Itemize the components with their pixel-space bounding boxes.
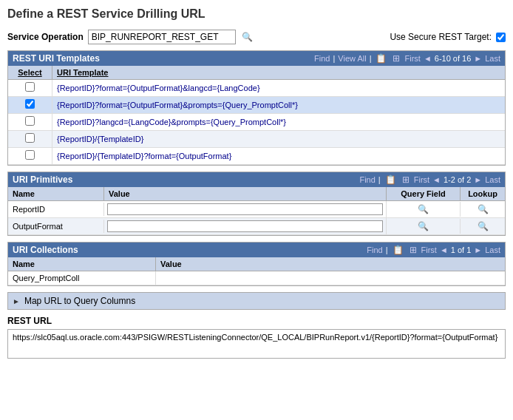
coll-value-1 <box>156 276 505 280</box>
checkbox-1[interactable] <box>25 82 35 92</box>
prim-lookup-2[interactable]: 🔍 <box>461 219 505 234</box>
uri-collections-col-headers: Name Value <box>8 257 505 271</box>
uri-templates-view-all[interactable]: View All <box>338 54 366 63</box>
service-operation-row: Service Operation 🔍 Use Secure REST Targ… <box>7 30 506 44</box>
prim-value-2[interactable] <box>104 218 387 234</box>
uri-primitives-controls: Find | 📋 ⊞ First ◄ 1-2 of 2 ► Last <box>359 175 500 185</box>
prim-row: OutputFormat 🔍 🔍 <box>8 218 505 235</box>
row-uri-2[interactable]: {ReportID}?format={OutputFormat}&prompts… <box>52 98 505 112</box>
uri-templates-section: REST URI Templates Find | View All | 📋 ⊞… <box>7 50 506 166</box>
row-uri-5[interactable]: {ReportID}/{TemplateID}?format={OutputFo… <box>52 149 505 163</box>
uri-templates-next-icon[interactable]: ► <box>474 54 482 63</box>
prim-lookup-1[interactable]: 🔍 <box>461 202 505 217</box>
service-op-left: Service Operation 🔍 <box>7 30 254 44</box>
table-row: {ReportID}/{TemplateID}?format={OutputFo… <box>8 148 505 165</box>
secure-rest-checkbox[interactable] <box>496 33 506 42</box>
checkbox-5[interactable] <box>25 150 35 160</box>
prim-col-name: Name <box>8 187 104 200</box>
prim-lookup-search-1[interactable]: 🔍 <box>476 204 490 214</box>
map-url-section: ► Map URL to Query Columns <box>7 292 506 310</box>
uri-primitives-col-headers: Name Value Query Field Lookup <box>8 187 505 201</box>
checkbox-2[interactable] <box>25 99 35 109</box>
table-row: {ReportID}?langcd={LangCode}&prompts={Qu… <box>8 114 505 131</box>
col-header-uri[interactable]: URI Template <box>52 66 505 79</box>
uri-primitives-first[interactable]: First <box>414 175 429 184</box>
uri-templates-last[interactable]: Last <box>485 54 500 63</box>
uri-templates-export-icon[interactable]: 📋 <box>374 53 388 64</box>
service-op-input[interactable] <box>88 30 236 44</box>
uri-primitives-section: URI Primitives Find | 📋 ⊞ First ◄ 1-2 of… <box>7 172 506 236</box>
uri-primitives-find[interactable]: Find <box>359 175 375 184</box>
prim-lookup-search-2[interactable]: 🔍 <box>476 221 490 231</box>
service-op-label: Service Operation <box>7 32 84 42</box>
row-checkbox-5[interactable] <box>8 148 52 164</box>
prim-value-1[interactable] <box>104 201 387 217</box>
table-row: {ReportID}/{TemplateID} <box>8 131 505 148</box>
uri-collections-header: URI Collections Find | 📋 ⊞ First ◄ 1 of … <box>8 243 505 257</box>
uri-collections-export-icon[interactable]: 📋 <box>391 245 405 255</box>
secure-rest-row: Use Secure REST Target: <box>390 32 506 42</box>
uri-primitives-prev-icon[interactable]: ◄ <box>432 175 441 184</box>
prim-col-query: Query Field <box>387 187 461 200</box>
prim-input-2[interactable] <box>107 220 383 232</box>
uri-primitives-nav-info: 1-2 of 2 <box>444 175 471 184</box>
row-checkbox-3[interactable] <box>8 114 52 130</box>
row-checkbox-1[interactable] <box>8 80 52 96</box>
coll-col-name: Name <box>8 257 156 271</box>
uri-collections-next-icon[interactable]: ► <box>474 245 482 254</box>
uri-collections-prev-icon[interactable]: ◄ <box>440 245 448 254</box>
row-checkbox-2[interactable] <box>8 97 52 113</box>
uri-templates-first[interactable]: First <box>404 54 420 63</box>
rest-url-section: REST URL https://slc05aql.us.oracle.com:… <box>7 316 506 359</box>
uri-templates-prev-icon[interactable]: ◄ <box>424 54 432 63</box>
col-header-select[interactable]: Select <box>8 66 52 79</box>
map-header-arrow-icon: ► <box>13 297 20 305</box>
uri-templates-col-headers: Select URI Template <box>8 66 505 80</box>
uri-collections-grid-icon[interactable]: ⊞ <box>408 245 418 255</box>
rest-url-label: REST URL <box>7 316 506 326</box>
uri-collections-title: URI Collections <box>13 245 78 255</box>
page-title: Define a REST Service Drilling URL <box>7 7 506 21</box>
uri-templates-nav-info: 6-10 of 16 <box>435 54 472 63</box>
uri-primitives-export-icon[interactable]: 📋 <box>384 175 398 185</box>
coll-col-value: Value <box>156 257 505 271</box>
uri-collections-controls: Find | 📋 ⊞ First ◄ 1 of 1 ► Last <box>367 245 500 255</box>
uri-collections-nav-info: 1 of 1 <box>451 245 472 254</box>
uri-primitives-last[interactable]: Last <box>485 175 500 184</box>
coll-name-1: Query_PromptColl <box>8 271 156 285</box>
map-url-label: Map URL to Query Columns <box>24 296 135 306</box>
checkbox-4[interactable] <box>25 133 35 143</box>
prim-query-1[interactable]: 🔍 <box>387 202 461 217</box>
uri-templates-find[interactable]: Find <box>314 54 330 63</box>
row-checkbox-4[interactable] <box>8 131 52 147</box>
prim-query-search-1[interactable]: 🔍 <box>416 204 430 214</box>
prim-query-2[interactable]: 🔍 <box>387 219 461 234</box>
uri-primitives-next-icon[interactable]: ► <box>474 175 482 184</box>
uri-templates-controls: Find | View All | 📋 ⊞ First ◄ 6-10 of 16… <box>314 53 500 64</box>
table-row: {ReportID}?format={OutputFormat}&prompts… <box>8 97 505 114</box>
row-uri-1[interactable]: {ReportID}?format={OutputFormat}&langcd=… <box>52 81 505 95</box>
uri-collections-find[interactable]: Find <box>367 245 382 254</box>
map-url-header[interactable]: ► Map URL to Query Columns <box>8 293 505 309</box>
uri-templates-title: REST URI Templates <box>13 53 100 64</box>
prim-name-1: ReportID <box>8 203 104 216</box>
uri-primitives-grid-icon[interactable]: ⊞ <box>401 175 411 185</box>
row-uri-3[interactable]: {ReportID}?langcd={LangCode}&prompts={Qu… <box>52 115 505 129</box>
secure-rest-label: Use Secure REST Target: <box>390 32 492 42</box>
uri-templates-grid-icon[interactable]: ⊞ <box>391 53 401 64</box>
uri-collections-last[interactable]: Last <box>485 245 500 254</box>
row-uri-4[interactable]: {ReportID}/{TemplateID} <box>52 132 505 146</box>
coll-row: Query_PromptColl <box>8 271 505 285</box>
prim-query-search-2[interactable]: 🔍 <box>416 221 430 231</box>
uri-primitives-header: URI Primitives Find | 📋 ⊞ First ◄ 1-2 of… <box>8 172 505 187</box>
table-row: {ReportID}?format={OutputFormat}&langcd=… <box>8 80 505 97</box>
uri-collections-first[interactable]: First <box>421 245 437 254</box>
uri-primitives-title: URI Primitives <box>13 175 72 185</box>
prim-name-2: OutputFormat <box>8 220 104 233</box>
service-op-search-button[interactable]: 🔍 <box>240 32 254 42</box>
prim-input-1[interactable] <box>107 203 383 215</box>
prim-col-lookup: Lookup <box>461 187 505 200</box>
uri-templates-header: REST URI Templates Find | View All | 📋 ⊞… <box>8 51 505 66</box>
prim-col-value: Value <box>104 187 387 200</box>
checkbox-3[interactable] <box>25 116 35 126</box>
